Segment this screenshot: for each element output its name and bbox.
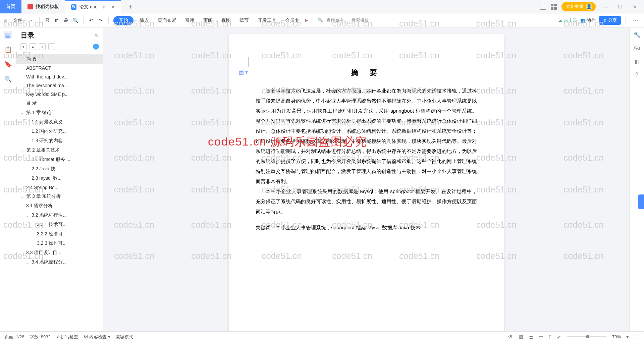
toc-item[interactable]: 摘 要 xyxy=(16,54,103,64)
menu-sections[interactable]: 章节 xyxy=(237,16,252,25)
chevron-down-icon[interactable]: ⌄ xyxy=(26,158,30,162)
separator xyxy=(83,17,84,24)
content-check[interactable]: 🗹 内容检查 ▾ xyxy=(84,334,110,340)
toc-list[interactable]: 摘 要ABSTRACTWith the rapid dev...The pers… xyxy=(16,53,103,331)
document-canvas[interactable]: ▤ ▾ 摘 要 随着科学技术的飞速发展，社会的方方面面、各行各业都在努力与现代的… xyxy=(103,27,629,331)
menu-member[interactable]: 会员专 xyxy=(282,16,302,25)
redo-icon[interactable]: ↷ xyxy=(98,17,104,23)
zoom-thumb[interactable] xyxy=(586,335,589,338)
close-icon[interactable]: ✕ xyxy=(111,4,115,10)
help-icon[interactable]: ? xyxy=(633,71,641,78)
cloud-status[interactable]: ☁ 未上云 xyxy=(558,17,577,23)
toc-item[interactable]: 3.2.1 技术可... xyxy=(16,220,103,229)
toc-item[interactable]: ABSTRACT xyxy=(16,64,103,72)
zoom-slider[interactable] xyxy=(567,336,607,337)
login-button[interactable]: 立即登录 👤 xyxy=(561,2,596,11)
maximize-button[interactable]: ☐ xyxy=(615,2,625,12)
command-search[interactable]: 🔍 查找命令、 搜索模板 xyxy=(318,17,369,23)
add-heading-icon[interactable]: ＋ xyxy=(39,43,46,50)
word-count[interactable]: 字数: 8932 xyxy=(30,334,51,340)
tools-icon[interactable]: 🔧 xyxy=(633,31,641,38)
compat-mode[interactable]: 兼容模式 xyxy=(116,334,133,340)
search-rail-icon[interactable]: 🔍 xyxy=(4,75,12,83)
toc-item[interactable]: ⌄3.2 系统可行性... xyxy=(16,211,103,220)
layout-web-icon[interactable]: ▯ xyxy=(549,334,551,340)
tab-add[interactable]: ＋ xyxy=(121,0,140,13)
undo-icon[interactable]: ↶ xyxy=(88,17,94,23)
expand-all-icon[interactable]: ▴ xyxy=(30,43,36,50)
eye-icon[interactable]: 👁 xyxy=(508,334,514,340)
toc-item[interactable]: 3.2.2 经济可... xyxy=(16,229,103,239)
chevron-right-icon[interactable]: ▶ xyxy=(305,18,308,22)
menu-devtools[interactable]: 开发工具 xyxy=(255,16,279,25)
toc-item[interactable]: 目 录 xyxy=(16,99,103,108)
menu-review[interactable]: 审阅 xyxy=(201,16,215,25)
shapes-icon[interactable]: ◧ xyxy=(633,58,641,65)
toc-item[interactable]: 1.1 背景及意义 xyxy=(16,117,103,127)
collapse-all-icon[interactable]: ▾ xyxy=(20,43,27,50)
toc-item[interactable]: 3.1 需求分析 xyxy=(16,201,103,211)
page-marker-icon[interactable]: ▤ ▾ xyxy=(239,69,248,75)
print-icon[interactable]: 🖶 xyxy=(63,17,69,23)
zoom-dropdown-icon[interactable]: ▾ xyxy=(626,334,629,340)
fullscreen-icon[interactable]: ⛶ xyxy=(634,334,639,340)
chevron-down-icon[interactable]: ▾ xyxy=(29,17,35,23)
side-handle[interactable] xyxy=(638,194,644,209)
chevron-down-icon[interactable]: ⌄ xyxy=(26,214,30,217)
toc-item[interactable]: ⌄第 3 章 系统分析 xyxy=(16,192,103,201)
remove-heading-icon[interactable]: － xyxy=(48,43,55,50)
toc-item[interactable]: 3.2.3 操作可... xyxy=(16,239,103,248)
start-tab[interactable]: 开始 xyxy=(113,16,133,25)
layout-read-icon[interactable]: ▭ xyxy=(539,334,543,340)
toc-item[interactable]: 3.3 项目设计目... xyxy=(16,248,103,258)
chevron-down-icon[interactable]: ⌄ xyxy=(21,195,25,198)
clipboard-icon[interactable]: 📋 xyxy=(4,46,12,54)
styles-icon[interactable]: Aa xyxy=(633,44,641,52)
layout-outline-icon[interactable]: ≣ xyxy=(529,334,533,340)
toc-item[interactable]: 1.2 国内外研究... xyxy=(16,127,103,136)
tab-templates[interactable]: 找稻壳模板 xyxy=(21,0,65,13)
toc-item[interactable]: ⌄第 2 章相关技术 xyxy=(16,146,103,155)
spellcheck-toggle[interactable]: ✔ 拼写检查 xyxy=(56,334,78,340)
outline-icon[interactable]: ▤ xyxy=(4,31,12,39)
tab-document[interactable]: W 论文.doc ⧉ ✕ xyxy=(65,0,121,13)
menu-icon[interactable]: ≡ xyxy=(3,17,7,24)
save-as-icon[interactable]: 🗎 xyxy=(54,17,60,23)
chevron-down-icon[interactable]: ⌄ xyxy=(21,111,25,115)
zoom-fit-icon[interactable]: ⤢ xyxy=(557,334,561,340)
toc-item[interactable]: The personnel ma... xyxy=(16,81,103,90)
layout-print-icon[interactable]: ▦ xyxy=(519,334,524,340)
toc-item[interactable]: With the rapid dev... xyxy=(16,72,103,81)
toc-item[interactable]: ⌄2.1 Tomcat 服务 ... xyxy=(16,155,103,164)
sync-indicator-icon[interactable] xyxy=(93,44,99,50)
collab-button[interactable]: 👥 协作 xyxy=(580,17,596,23)
file-menu[interactable]: 文件 xyxy=(10,16,25,25)
toc-item[interactable]: ⌄第 1 章 绪论 xyxy=(16,108,103,117)
reading-layout-icon[interactable] xyxy=(540,4,546,10)
save-icon[interactable]: 🖫 xyxy=(44,17,50,23)
toc-item[interactable]: ⌄3.4 系统流程分... xyxy=(16,258,103,267)
toc-item[interactable]: 2.3 mysql 数... xyxy=(16,174,103,183)
page-indicator[interactable]: 页面: 1/28 xyxy=(5,334,24,340)
toc-item[interactable]: 2.4 Spring Bo... xyxy=(16,183,103,192)
menu-insert[interactable]: 插入 xyxy=(137,16,152,25)
share-button[interactable]: ⇪ 分享 xyxy=(599,16,621,25)
bookmark-icon[interactable]: 🔖 xyxy=(4,60,12,68)
zoom-value[interactable]: 70% xyxy=(612,334,621,339)
print-preview-icon[interactable]: 🔍 xyxy=(72,17,78,23)
chevron-down-icon[interactable]: ⌄ xyxy=(21,149,25,152)
toc-close-icon[interactable]: ✕ xyxy=(94,32,98,39)
menu-view[interactable]: 视图 xyxy=(219,16,233,25)
toc-item[interactable]: 1.3 研究的内容 xyxy=(16,136,103,146)
tab-home[interactable]: 首页 xyxy=(0,0,21,13)
chevron-down-icon[interactable]: ⌄ xyxy=(26,261,30,264)
toc-item[interactable]: Key words: SME p... xyxy=(16,90,103,99)
toc-item[interactable]: 2.2 Java 技... xyxy=(16,164,103,174)
menu-references[interactable]: 引用 xyxy=(182,16,197,25)
minimize-button[interactable]: — xyxy=(600,2,610,12)
apps-icon[interactable] xyxy=(551,4,557,10)
more-icon[interactable]: ⋯ xyxy=(631,17,641,24)
close-window-button[interactable]: ✕ xyxy=(630,2,640,12)
menu-page-layout[interactable]: 页面布局 xyxy=(155,16,179,25)
popout-icon[interactable]: ⧉ xyxy=(103,5,106,9)
